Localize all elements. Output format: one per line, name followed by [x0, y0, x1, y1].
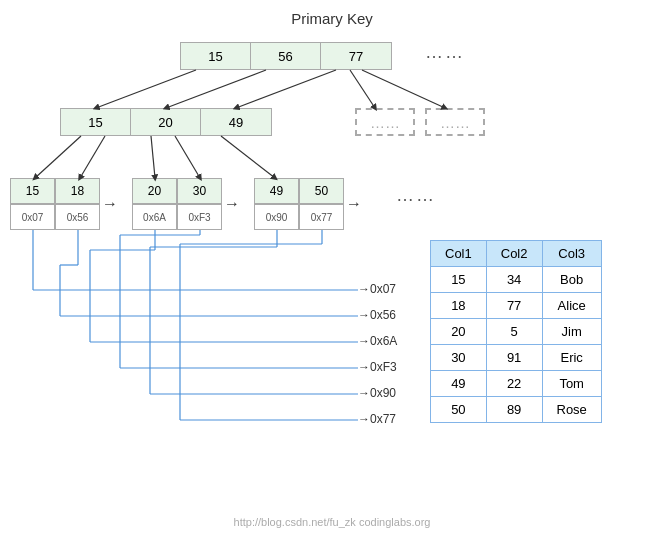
- leaf-top-18: 18: [55, 178, 100, 204]
- leaf-bot-0x90: 0x90: [254, 204, 299, 230]
- table-row: 4922Tom: [431, 371, 602, 397]
- l2-cell-1: 20: [131, 109, 201, 135]
- svg-line-6: [80, 136, 105, 178]
- col-header-1: Col1: [431, 241, 487, 267]
- addr-0xF3: →0xF3: [358, 360, 397, 374]
- table-cell-r2-c0: 20: [431, 319, 487, 345]
- dashed-box-1: ……: [355, 108, 415, 136]
- leaf-arrow-1: →: [100, 178, 120, 230]
- leaf-top-50: 50: [299, 178, 344, 204]
- table-row: 205Jim: [431, 319, 602, 345]
- table-cell-r5-c2: Rose: [542, 397, 601, 423]
- watermark: http://blog.csdn.net/fu_zk codinglabs.or…: [0, 516, 664, 528]
- table-row: 3091Eric: [431, 345, 602, 371]
- svg-line-9: [221, 136, 275, 178]
- leaf-arrow-3: →: [344, 178, 364, 230]
- leaf-arrow-2: →: [222, 178, 242, 230]
- col-header-3: Col3: [542, 241, 601, 267]
- level2-row: 15 20 49: [60, 108, 272, 136]
- addr-0x77: →0x77: [358, 412, 396, 426]
- pk-cell-0: 15: [181, 43, 251, 69]
- table-cell-r2-c2: Jim: [542, 319, 601, 345]
- ellipsis-pk: ……: [425, 42, 465, 63]
- svg-line-4: [362, 70, 445, 108]
- table-cell-r3-c0: 30: [431, 345, 487, 371]
- primary-key-row: 15 56 77: [180, 42, 392, 70]
- leaf-top-20: 20: [132, 178, 177, 204]
- table-cell-r4-c0: 49: [431, 371, 487, 397]
- table-row: 1877Alice: [431, 293, 602, 319]
- table-cell-r3-c2: Eric: [542, 345, 601, 371]
- svg-line-1: [166, 70, 266, 108]
- ellipsis-leaf: ……: [396, 185, 436, 206]
- dashed-box-2: ……: [425, 108, 485, 136]
- table-cell-r0-c1: 34: [486, 267, 542, 293]
- table-cell-r1-c0: 18: [431, 293, 487, 319]
- svg-line-8: [175, 136, 200, 178]
- leaf-bot-0x77: 0x77: [299, 204, 344, 230]
- table-cell-r5-c1: 89: [486, 397, 542, 423]
- leaf-bot-0x07: 0x07: [10, 204, 55, 230]
- table-cell-r1-c2: Alice: [542, 293, 601, 319]
- col-header-2: Col2: [486, 241, 542, 267]
- svg-line-5: [35, 136, 81, 178]
- table-cell-r5-c0: 50: [431, 397, 487, 423]
- leaf-bot-0x56: 0x56: [55, 204, 100, 230]
- svg-line-2: [236, 70, 336, 108]
- table-cell-r4-c1: 22: [486, 371, 542, 397]
- addr-0x90: →0x90: [358, 386, 396, 400]
- table-cell-r2-c1: 5: [486, 319, 542, 345]
- l2-cell-0: 15: [61, 109, 131, 135]
- diagram: Primary Key 15 56 77 15 20 49 …… …… 15 1…: [0, 0, 664, 534]
- table-cell-r3-c1: 91: [486, 345, 542, 371]
- leaf-top-15: 15: [10, 178, 55, 204]
- leaf-group-2: 20 30 0x6A 0xF3 →: [132, 178, 242, 230]
- svg-line-3: [350, 70, 375, 108]
- table-row: 5089Rose: [431, 397, 602, 423]
- leaf-bot-0xF3: 0xF3: [177, 204, 222, 230]
- addr-0x07: →0x07: [358, 282, 396, 296]
- pk-cell-1: 56: [251, 43, 321, 69]
- data-table: Col1 Col2 Col3 1534Bob1877Alice205Jim309…: [430, 240, 602, 423]
- table-cell-r1-c1: 77: [486, 293, 542, 319]
- addr-0x6A: →0x6A: [358, 334, 397, 348]
- svg-line-7: [151, 136, 155, 178]
- leaf-group-3: 49 50 0x90 0x77 →: [254, 178, 364, 230]
- leaf-bot-0x6A: 0x6A: [132, 204, 177, 230]
- table-row: 1534Bob: [431, 267, 602, 293]
- page-title: Primary Key: [0, 10, 664, 27]
- leaf-top-30: 30: [177, 178, 222, 204]
- svg-line-0: [96, 70, 196, 108]
- addr-0x56: →0x56: [358, 308, 396, 322]
- table-cell-r0-c2: Bob: [542, 267, 601, 293]
- leaf-group-1: 15 18 0x07 0x56 →: [10, 178, 120, 230]
- table-cell-r4-c2: Tom: [542, 371, 601, 397]
- pk-cell-2: 77: [321, 43, 391, 69]
- l2-cell-2: 49: [201, 109, 271, 135]
- table-cell-r0-c0: 15: [431, 267, 487, 293]
- leaf-top-49: 49: [254, 178, 299, 204]
